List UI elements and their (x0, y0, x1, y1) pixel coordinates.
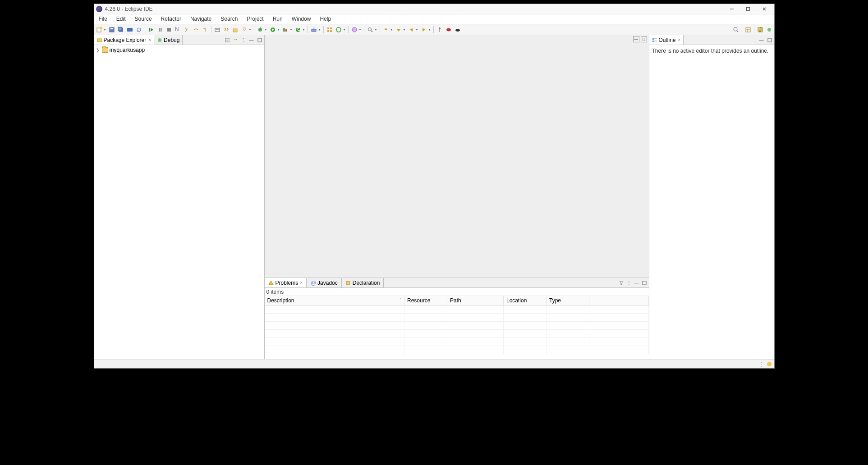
close-icon[interactable]: × (300, 280, 303, 285)
save-all-button[interactable] (117, 26, 125, 34)
table-row[interactable] (265, 330, 649, 338)
open-task-button[interactable] (240, 26, 252, 34)
link-editor-button[interactable] (232, 36, 239, 44)
step-over-button[interactable] (192, 26, 200, 34)
run-last-button[interactable]: ↻ (294, 26, 306, 34)
terminate-button[interactable] (165, 26, 173, 34)
toolbar-separator (145, 26, 145, 33)
next-annotation-button[interactable] (382, 26, 394, 34)
minimize-view-button[interactable]: — (248, 36, 255, 44)
menu-refactor[interactable]: Refactor (156, 14, 186, 24)
col-path[interactable]: Path (447, 296, 504, 305)
svg-rect-37 (330, 30, 332, 32)
col-type[interactable]: Type (547, 296, 589, 305)
tab-debug[interactable]: Debug (154, 35, 183, 45)
menu-window[interactable]: Window (287, 14, 316, 24)
tab-problems[interactable]: Problems × (265, 278, 307, 287)
table-row[interactable] (265, 346, 649, 354)
svg-rect-62 (258, 38, 262, 42)
coverage-button[interactable] (281, 26, 293, 34)
disconnect-button[interactable]: N (174, 26, 182, 34)
skip-breakpoints-button[interactable] (135, 26, 143, 34)
new-java-package-button[interactable] (335, 26, 346, 34)
col-location[interactable]: Location (504, 296, 547, 305)
svg-rect-67 (643, 281, 646, 285)
table-row[interactable] (265, 305, 649, 314)
external-tools-button[interactable] (310, 26, 321, 34)
tab-package-explorer[interactable]: Package Explorer × (94, 35, 155, 45)
close-icon[interactable]: × (148, 37, 151, 42)
filter-button[interactable] (618, 280, 625, 286)
close-icon[interactable]: × (678, 37, 681, 42)
table-row[interactable] (265, 338, 649, 346)
status-menu-icon[interactable]: ⋮ (759, 361, 764, 367)
maximize-button[interactable] (740, 4, 756, 14)
menu-search[interactable]: Search (216, 14, 242, 24)
resume-button[interactable] (147, 26, 155, 34)
step-return-button[interactable] (201, 26, 209, 34)
maximize-view-button[interactable] (641, 280, 648, 286)
col-resource[interactable]: Resource (404, 296, 447, 305)
minimize-editor-button[interactable]: — (633, 36, 639, 42)
cloud-icon[interactable] (454, 26, 462, 34)
new-java-project-button[interactable] (326, 26, 334, 34)
toolbar-separator (364, 26, 364, 33)
menu-help[interactable]: Help (315, 14, 335, 24)
maximize-view-button[interactable] (256, 36, 263, 44)
menu-file[interactable]: File (94, 14, 112, 24)
menu-project[interactable]: Project (242, 14, 268, 24)
collapse-all-button[interactable] (224, 36, 231, 44)
debug-button[interactable] (256, 26, 268, 34)
tree-item-project[interactable]: ❯ myquarkusapp (94, 46, 264, 54)
table-row[interactable] (265, 322, 649, 330)
chevron-right-icon[interactable]: ❯ (96, 48, 101, 52)
redhat-icon[interactable] (445, 26, 453, 34)
col-description[interactable]: Description˄ (265, 296, 404, 305)
tab-label: Debug (164, 37, 179, 43)
drop-to-frame-button[interactable] (213, 26, 221, 34)
menu-source[interactable]: Source (130, 14, 156, 24)
pin-editor-button[interactable] (436, 26, 444, 34)
table-row[interactable] (265, 314, 649, 322)
prev-annotation-button[interactable] (395, 26, 406, 34)
menu-edit[interactable]: Edit (112, 14, 130, 24)
java-perspective-button[interactable]: J (756, 26, 764, 34)
maximize-editor-button[interactable]: □ (641, 36, 647, 42)
tab-javadoc[interactable]: @ Javadoc (307, 278, 342, 287)
tab-declaration[interactable]: Declaration (342, 278, 384, 287)
search-button[interactable] (366, 26, 378, 34)
package-explorer-tree[interactable]: ❯ myquarkusapp (94, 45, 264, 359)
back-button[interactable] (407, 26, 419, 34)
problems-table[interactable]: Description˄ Resource Path Location Type (265, 296, 649, 359)
editor-area[interactable]: — □ (265, 35, 649, 278)
maximize-view-button[interactable] (766, 36, 773, 44)
minimize-view-button[interactable]: — (758, 36, 765, 44)
minimize-button[interactable] (724, 4, 740, 14)
new-class-button[interactable] (350, 26, 362, 34)
close-button[interactable] (756, 4, 772, 14)
save-button[interactable] (108, 26, 116, 34)
open-perspective-button[interactable] (744, 26, 752, 34)
view-menu-button[interactable]: ⋮ (240, 36, 247, 44)
tab-label: Problems (276, 280, 299, 286)
use-step-filters-button[interactable] (222, 26, 230, 34)
open-type-button[interactable] (231, 26, 239, 34)
titlebar[interactable]: 4.26.0 - Eclipse IDE (94, 4, 774, 14)
forward-button[interactable] (420, 26, 432, 34)
new-button[interactable] (95, 26, 107, 34)
suspend-button[interactable] (156, 26, 164, 34)
tab-outline[interactable]: Outline × (649, 35, 684, 45)
minimize-view-button[interactable]: — (634, 280, 640, 286)
debug-perspective-button[interactable] (765, 26, 773, 34)
step-into-button[interactable] (183, 26, 191, 34)
toolbar-separator (754, 26, 754, 33)
menu-run[interactable]: Run (268, 14, 287, 24)
quick-access-button[interactable] (732, 26, 740, 34)
tip-bulb-icon[interactable] (767, 362, 772, 366)
view-menu-button[interactable]: ⋮ (626, 280, 632, 286)
toggle-breadcrumb-button[interactable] (126, 26, 134, 34)
project-folder-icon (102, 47, 108, 53)
svg-point-50 (734, 27, 737, 31)
menu-navigate[interactable]: Navigate (186, 14, 216, 24)
run-button[interactable] (269, 26, 280, 34)
